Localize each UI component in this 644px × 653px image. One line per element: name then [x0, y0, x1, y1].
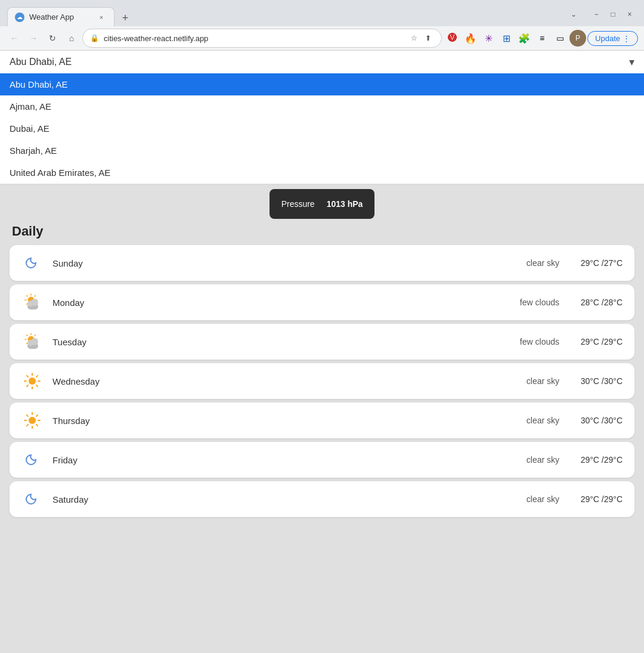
svg-point-24: [29, 377, 36, 385]
sidebar-icon[interactable]: ▭: [552, 30, 568, 47]
day-temp: 29°C /29°C: [569, 494, 623, 504]
day-name: Tuesday: [52, 337, 112, 347]
svg-point-23: [31, 338, 38, 345]
svg-line-41: [36, 415, 38, 416]
day-condition: clear sky: [500, 258, 559, 268]
day-name: Saturday: [52, 494, 112, 505]
tab-title: Weather App: [29, 13, 74, 21]
ext-icon-2[interactable]: 🔥: [462, 30, 479, 47]
lock-icon: 🔒: [90, 34, 99, 42]
bookmark-icon[interactable]: ☆: [408, 32, 420, 44]
table-row: Saturday clear sky 29°C /29°C: [10, 481, 634, 517]
browser-chrome: ☁ Weather App × + ⌄ − □ × ← → ↻ ⌂ 🔒 citi…: [0, 0, 644, 51]
close-button[interactable]: ×: [623, 7, 637, 21]
back-button[interactable]: ←: [6, 30, 23, 47]
sun-cloud-icon: [21, 331, 43, 352]
pressure-label: Pressure: [281, 199, 315, 209]
pressure-panel-wrapper: Pressure 1013 hPa: [0, 185, 644, 219]
ext-icon-puzzle[interactable]: 🧩: [516, 30, 532, 47]
refresh-button[interactable]: ↻: [44, 30, 61, 47]
ext-icon-3[interactable]: ✳: [480, 30, 497, 47]
forward-button[interactable]: →: [25, 30, 42, 47]
svg-line-19: [27, 343, 28, 344]
svg-line-8: [35, 296, 36, 297]
svg-line-39: [36, 425, 38, 426]
window-controls: ⌄ − □ ×: [565, 6, 637, 25]
address-bar-row: ← → ↻ ⌂ 🔒 cities-weather-react.netlify.a…: [0, 26, 644, 50]
day-name: Monday: [52, 298, 112, 308]
tab-favicon: ☁: [15, 13, 24, 22]
moon-icon: [21, 449, 43, 471]
day-temp: 29°C /29°C: [569, 337, 623, 346]
ext-icon-bars[interactable]: ≡: [534, 30, 550, 47]
city-option-sharjah[interactable]: Sharjah, AE: [0, 140, 644, 162]
day-condition: clear sky: [500, 494, 559, 504]
tab-bar: ☁ Weather App × +: [7, 5, 134, 26]
city-selector: Abu Dhabi, AE ▾ Abu Dhabi, AE Ajman, AE …: [0, 51, 644, 185]
moon-icon: [21, 252, 43, 274]
daily-section: Daily Sunday clear sky 29°C /27°C: [0, 219, 644, 527]
day-temp: 29°C /29°C: [569, 455, 623, 465]
tab-dropdown-button[interactable]: ⌄: [565, 6, 582, 23]
day-name: Wednesday: [52, 376, 112, 386]
city-dropdown-chevron: ▾: [629, 55, 634, 69]
table-row: Friday clear sky 29°C /29°C: [10, 442, 634, 478]
svg-point-33: [29, 417, 36, 424]
sun-icon: [21, 370, 43, 392]
table-row: Sunday clear sky 29°C /27°C: [10, 245, 634, 281]
day-temp: 29°C /27°C: [569, 258, 623, 268]
day-name: Thursday: [52, 416, 112, 426]
address-bar[interactable]: 🔒 cities-weather-react.netlify.app ☆ ⬆: [82, 29, 442, 48]
svg-line-30: [36, 385, 38, 386]
day-condition: clear sky: [500, 416, 559, 425]
profile-avatar[interactable]: P: [569, 30, 586, 47]
table-row: Wednesday clear sky 30°C /30°C: [10, 363, 634, 399]
svg-line-40: [27, 425, 28, 426]
new-tab-button[interactable]: +: [117, 10, 134, 26]
day-condition: few clouds: [500, 298, 559, 307]
table-row: Tuesday few clouds 29°C /29°C: [10, 324, 634, 360]
day-name: Friday: [52, 455, 112, 465]
ext-icon-4[interactable]: ⊞: [498, 30, 515, 47]
share-icon[interactable]: ⬆: [422, 32, 434, 44]
daily-title: Daily: [10, 224, 634, 239]
active-tab[interactable]: ☁ Weather App ×: [7, 7, 114, 26]
day-temp: 30°C /30°C: [569, 416, 623, 425]
city-dropdown-list: Abu Dhabi, AE Ajman, AE Dubai, AE Sharja…: [0, 73, 644, 185]
moon-icon: [21, 488, 43, 510]
pressure-panel: Pressure 1013 hPa: [270, 189, 375, 219]
minimize-button[interactable]: −: [589, 7, 603, 21]
city-option-dubai[interactable]: Dubai, AE: [0, 117, 644, 140]
svg-line-38: [27, 415, 28, 416]
day-temp: 28°C /28°C: [569, 298, 623, 307]
svg-line-5: [27, 296, 28, 297]
svg-line-32: [36, 376, 38, 377]
ext-icon-1[interactable]: 🅥: [444, 30, 461, 47]
svg-line-20: [35, 335, 36, 336]
svg-line-29: [27, 376, 28, 377]
svg-line-17: [27, 335, 28, 336]
sun-icon: [21, 410, 43, 431]
city-option-uae[interactable]: United Arab Emirates, AE: [0, 162, 644, 184]
update-button[interactable]: Update ⋮: [587, 31, 638, 46]
city-input-row[interactable]: Abu Dhabi, AE ▾: [0, 51, 644, 73]
table-row: Monday few clouds 28°C /28°C: [10, 284, 634, 320]
city-input-value: Abu Dhabi, AE: [10, 57, 629, 67]
maximize-button[interactable]: □: [606, 7, 620, 21]
toolbar-icons: 🅥 🔥 ✳ ⊞ 🧩 ≡ ▭ P Update ⋮: [444, 30, 638, 47]
tab-close-button[interactable]: ×: [96, 12, 107, 23]
day-condition: clear sky: [500, 455, 559, 465]
city-option-abu-dhabi[interactable]: Abu Dhabi, AE: [0, 73, 644, 95]
home-button[interactable]: ⌂: [63, 30, 80, 47]
svg-line-7: [27, 304, 28, 305]
title-bar: ☁ Weather App × + ⌄ − □ ×: [0, 0, 644, 26]
day-temp: 30°C /30°C: [569, 376, 623, 386]
url-text: cities-weather-react.netlify.app: [104, 34, 403, 43]
svg-point-11: [31, 299, 38, 306]
table-row: Thursday clear sky 30°C /30°C: [10, 403, 634, 438]
day-name: Sunday: [52, 258, 112, 268]
day-condition: few clouds: [500, 337, 559, 346]
city-option-ajman[interactable]: Ajman, AE: [0, 95, 644, 117]
svg-line-31: [27, 385, 28, 386]
address-bar-icons: ☆ ⬆: [408, 32, 434, 44]
